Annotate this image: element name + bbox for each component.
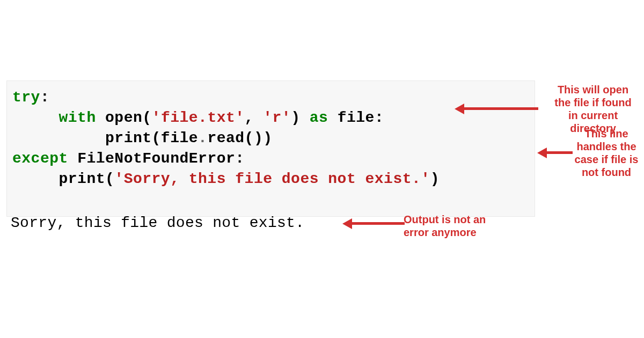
code-line-4: except FileNotFoundError: — [12, 149, 529, 169]
keyword-with: with — [59, 109, 96, 126]
string-message: 'Sorry, this file does not exist.' — [114, 171, 430, 187]
var-file: file: — [338, 109, 384, 126]
string-filename: 'file.txt' — [152, 109, 245, 126]
keyword-except: except — [12, 150, 68, 167]
code-block: try: with open('file.txt', 'r') as file:… — [6, 80, 535, 217]
exception-name: FileNotFoundError: — [77, 150, 244, 167]
annotation-output: Output is not an error anymore — [404, 213, 511, 239]
code-line-3: print(file.read()) — [12, 128, 529, 149]
annotation-except: This line handles the case if file is no… — [569, 127, 644, 179]
code-line-1: try: — [12, 87, 529, 108]
keyword-as: as — [310, 109, 328, 126]
output-text: Sorry, this file does not exist. — [11, 215, 304, 231]
string-mode: 'r' — [263, 109, 291, 126]
keyword-try: try — [12, 89, 40, 106]
fn-print: print — [59, 171, 106, 187]
fn-print: print — [105, 130, 152, 146]
fn-open: open — [105, 109, 142, 126]
code-line-5: print('Sorry, this file does not exist.'… — [12, 169, 529, 189]
code-line-2: with open('file.txt', 'r') as file: — [12, 108, 529, 128]
